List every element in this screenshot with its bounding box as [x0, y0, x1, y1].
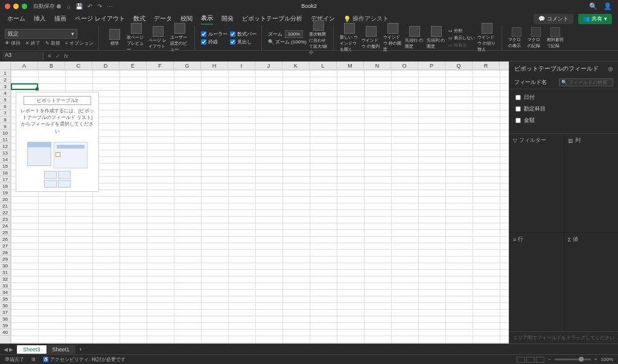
zoom-in-button[interactable]: +	[594, 357, 597, 362]
column-header-P[interactable]: P	[418, 62, 445, 69]
tab-home[interactable]: ホーム	[7, 13, 25, 24]
row-header-18[interactable]: 18	[0, 183, 10, 190]
row-header-20[interactable]: 20	[0, 196, 10, 203]
relative-reference-button[interactable]: 相対参照 で記録	[547, 27, 564, 49]
row-header-31[interactable]: 31	[0, 269, 10, 276]
row-header-25[interactable]: 25	[0, 229, 10, 236]
row-header-2[interactable]: 2	[0, 77, 10, 83]
new-button[interactable]: ✎ 新規	[45, 40, 60, 46]
row-header-33[interactable]: 33	[0, 283, 10, 289]
column-header-K[interactable]: K	[282, 62, 310, 69]
new-window-button[interactable]: 新しい ウインドウを開く	[340, 23, 359, 53]
tab-insert[interactable]: 挿入	[34, 13, 46, 24]
workbook-stats-icon[interactable]: ⊞	[31, 357, 36, 362]
next-sheet-button[interactable]: ▶	[9, 346, 13, 353]
add-sheet-button[interactable]: +	[75, 346, 86, 353]
row-header-34[interactable]: 34	[0, 289, 10, 296]
prev-sheet-button[interactable]: ◀	[4, 346, 8, 353]
column-header-G[interactable]: G	[174, 62, 201, 69]
column-header-R[interactable]: R	[473, 62, 500, 69]
redo-icon[interactable]: ↷	[97, 3, 102, 10]
view-macros-button[interactable]: マクロ の表示	[508, 27, 525, 49]
name-box[interactable]: A3	[2, 52, 43, 60]
fill-handle[interactable]	[36, 88, 39, 91]
sheet-tab-sheet3[interactable]: Sheet3	[17, 345, 46, 354]
page-break-preview-button[interactable]: 改ページ プレビュー	[127, 23, 146, 53]
more-icon[interactable]: ⋯	[107, 3, 113, 10]
row-header-29[interactable]: 29	[0, 256, 10, 263]
field-item-1[interactable]: 勘定科目	[509, 103, 618, 115]
active-cell[interactable]	[11, 83, 38, 90]
page-layout-button[interactable]: ページ レイアウト	[148, 26, 168, 49]
minimize-window-button[interactable]	[13, 4, 19, 9]
zoom-out-button[interactable]: −	[548, 357, 551, 362]
tab-page-layout[interactable]: ページ レイアウト	[75, 13, 125, 24]
headings-checkbox[interactable]: 見出し	[230, 39, 256, 45]
filters-area[interactable]: ▽フィルター	[509, 134, 564, 232]
row-header-13[interactable]: 13	[0, 150, 10, 156]
tab-pivot-analyze[interactable]: ピボットテーブル分析	[242, 13, 302, 24]
column-header-I[interactable]: I	[228, 62, 255, 69]
row-header-21[interactable]: 21	[0, 203, 10, 209]
row-header-22[interactable]: 22	[0, 209, 10, 216]
field-search-input[interactable]: 🔍 フィールドの検索	[559, 78, 613, 86]
column-header-N[interactable]: N	[364, 62, 391, 69]
row-header-38[interactable]: 38	[0, 316, 10, 322]
split-button[interactable]: ▭ 分割	[448, 28, 475, 34]
column-header-J[interactable]: J	[255, 62, 282, 69]
tab-data[interactable]: データ	[154, 13, 172, 24]
column-header-C[interactable]: C	[65, 62, 92, 69]
formula-bar-checkbox[interactable]: 数式バー	[230, 31, 256, 37]
page-layout-shortcut[interactable]	[526, 357, 535, 363]
record-macro-button[interactable]: マクロ の記録	[527, 27, 544, 49]
row-header-17[interactable]: 17	[0, 176, 10, 183]
row-header-10[interactable]: 10	[0, 130, 10, 136]
field-item-2[interactable]: 金額	[509, 115, 618, 126]
tab-draw[interactable]: 描画	[54, 13, 66, 24]
pivot-table-placeholder[interactable]: ピボットテーブル2 レポートを作成するには、[ピボットテーブルのフィールド リス…	[16, 92, 99, 192]
row-header-12[interactable]: 12	[0, 143, 10, 150]
normal-view-shortcut[interactable]	[517, 357, 525, 363]
hide-button[interactable]: ▭ 表示しない	[448, 35, 475, 41]
row-header-23[interactable]: 23	[0, 216, 10, 223]
freeze-first-col-button[interactable]: 先頭列 の固定	[427, 26, 446, 49]
row-header-14[interactable]: 14	[0, 156, 10, 163]
row-header-1[interactable]: 1	[0, 70, 10, 77]
row-header-6[interactable]: 6	[0, 103, 10, 110]
home-icon[interactable]: ⌂	[67, 3, 71, 10]
zoom-slider[interactable]	[555, 359, 591, 360]
user-icon[interactable]: 👤	[604, 2, 612, 10]
row-header-27[interactable]: 27	[0, 243, 10, 249]
tab-developer[interactable]: 開発	[221, 13, 234, 24]
maximize-window-button[interactable]	[22, 4, 27, 9]
row-header-35[interactable]: 35	[0, 296, 10, 302]
column-header-B[interactable]: B	[38, 62, 65, 69]
row-header-8[interactable]: 8	[0, 117, 10, 123]
row-header-37[interactable]: 37	[0, 309, 10, 316]
close-pane-button[interactable]: ⊗	[608, 65, 613, 73]
column-header-A[interactable]: A	[11, 62, 38, 69]
keep-button[interactable]: 👁 保持	[5, 40, 21, 46]
row-header-7[interactable]: 7	[0, 110, 10, 117]
row-header-24[interactable]: 24	[0, 223, 10, 229]
row-header-19[interactable]: 19	[0, 190, 10, 196]
row-header-11[interactable]: 11	[0, 136, 10, 143]
comments-button[interactable]: 💬 コメント	[534, 14, 573, 24]
field-item-0[interactable]: 日付	[509, 92, 618, 103]
ruler-checkbox[interactable]: ルーラー	[201, 31, 228, 37]
column-header-D[interactable]: D	[92, 62, 119, 69]
autosave-toggle[interactable]: 自動保存	[33, 2, 61, 10]
normal-view-button[interactable]: 標準	[105, 29, 124, 46]
row-header-40[interactable]: 40	[0, 329, 10, 336]
share-button[interactable]: 👥 共有 ▾	[578, 14, 612, 24]
cell-grid[interactable]: ピボットテーブル2 レポートを作成するには、[ピボットテーブルのフィールド リス…	[11, 70, 509, 343]
arrange-all-button[interactable]: ウインドウ の整列	[362, 26, 381, 49]
search-icon[interactable]: 🔍	[589, 2, 597, 10]
page-break-shortcut[interactable]	[536, 357, 544, 363]
column-header-F[interactable]: F	[147, 62, 174, 69]
tell-me-search[interactable]: 💡 操作アシスト	[343, 14, 389, 23]
row-header-32[interactable]: 32	[0, 276, 10, 283]
column-header-L[interactable]: L	[310, 62, 337, 69]
zoom-to-selection-button[interactable]: 選択範囲に合わせ て拡大/縮小	[309, 20, 328, 56]
tab-view[interactable]: 表示	[201, 13, 213, 25]
